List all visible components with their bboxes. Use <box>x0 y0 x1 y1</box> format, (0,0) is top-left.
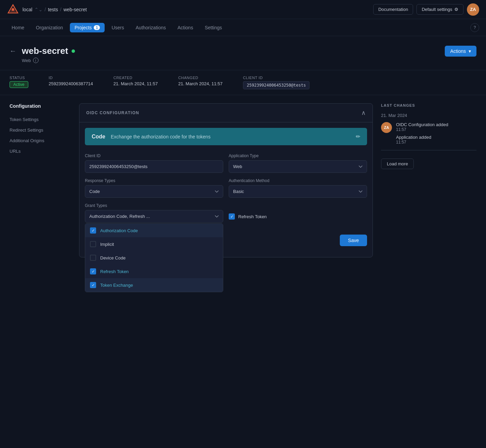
save-button[interactable]: Save <box>340 235 367 246</box>
changes-divider <box>381 150 476 150</box>
breadcrumb-env[interactable]: local <box>22 7 32 12</box>
meta-client-id-value: 259239924006453250@tests <box>243 81 309 89</box>
top-nav-right: Documentation Default settings ⚙ ZA <box>373 3 479 16</box>
changes-title: LAST CHANGES <box>381 103 476 107</box>
token-exchange-label: Token Exchange <box>100 283 133 288</box>
code-description: Exchange the authorization code for the … <box>111 134 211 139</box>
back-button[interactable]: ← <box>10 47 16 55</box>
app-logo[interactable] <box>7 3 19 16</box>
auth-code-label: Authorization Code <box>100 228 138 233</box>
documentation-button[interactable]: Documentation <box>373 4 413 15</box>
sidebar-item-redirect-settings[interactable]: Redirect Settings <box>10 125 71 135</box>
meta-id-value: 259239924006387714 <box>49 81 93 86</box>
token-exchange-checkbox[interactable] <box>90 282 96 288</box>
default-settings-button[interactable]: Default settings ⚙ <box>416 4 464 15</box>
dropdown-item-token-exchange[interactable]: Token Exchange <box>85 278 223 292</box>
dropdown-item-refresh-token[interactable]: Refresh Token <box>85 265 223 278</box>
response-types-label: Response Types <box>85 178 223 183</box>
page-title-block: web-secret Web i <box>22 46 75 63</box>
page-header: ← web-secret Web i Actions ▾ <box>0 36 486 70</box>
changes-panel: LAST CHANGES 21. Mar 2024 ZA OIDC Config… <box>381 103 476 257</box>
help-button[interactable]: ? <box>470 23 479 32</box>
form-group-response-types: Response Types Code <box>85 178 223 198</box>
load-more-button[interactable]: Load more <box>381 159 414 169</box>
app-type-select[interactable]: Web <box>229 160 367 173</box>
change-line-1: OIDC Configuration added <box>396 122 448 127</box>
refresh-token-main-label: Refresh Token <box>238 214 267 219</box>
sidebar-item-additional-origins[interactable]: Additional Origins <box>10 135 71 146</box>
sidebar: Configuration Token Settings Redirect Se… <box>10 103 71 257</box>
device-code-checkbox[interactable] <box>90 255 96 261</box>
refresh-token-cb-spacer <box>229 203 367 208</box>
refresh-token-row: Refresh Token <box>229 213 367 220</box>
page-subtitle: Web i <box>22 58 75 63</box>
dropdown-item-device-code[interactable]: Device Code <box>85 251 223 265</box>
auth-method-label: Authentication Method <box>229 178 367 183</box>
breadcrumb-sep1: ⌃⌄ <box>34 7 43 12</box>
sidebar-heading: Configuration <box>10 103 71 109</box>
refresh-token-main-checkbox[interactable] <box>229 213 235 220</box>
implicit-checkbox[interactable] <box>90 241 96 247</box>
nav-item-settings[interactable]: Settings <box>200 23 227 32</box>
info-icon[interactable]: i <box>33 58 39 63</box>
content-area: OIDC CONFIGURATION ∧ Code Exchange the a… <box>79 103 373 257</box>
meta-id: ID 259239924006387714 <box>49 76 93 89</box>
edit-icon-button[interactable]: ✏ <box>356 133 360 140</box>
breadcrumb-slash2: / <box>60 7 61 12</box>
client-id-input[interactable] <box>85 160 223 173</box>
nav-item-actions[interactable]: Actions <box>173 23 198 32</box>
dropdown-item-auth-code[interactable]: Authorization Code <box>85 224 223 237</box>
change-lines: OIDC Configuration added 11:57 Applicati… <box>396 122 448 145</box>
nav-item-organization[interactable]: Organization <box>31 23 67 32</box>
nav-item-authorizations[interactable]: Authorizations <box>131 23 171 32</box>
form-row-3: Grant Types Authorization Code, Refresh … <box>85 203 367 246</box>
refresh-token-checkbox[interactable] <box>90 268 96 274</box>
chevron-down-icon: ▾ <box>469 48 471 54</box>
client-id-label: Client ID <box>85 153 223 158</box>
gear-icon: ⚙ <box>454 7 458 12</box>
meta-status: Status Active <box>10 76 28 89</box>
form-body: Client ID Application Type Web Response … <box>79 151 373 257</box>
meta-status-label: Status <box>10 76 28 80</box>
grant-types-dropdown-menu: Authorization Code Implicit Device Code <box>85 223 223 292</box>
form-group-auth-method: Authentication Method Basic <box>229 178 367 198</box>
nav-item-projects[interactable]: Projects 1 <box>70 23 105 32</box>
meta-changed-value: 21. March 2024, 11:57 <box>178 81 223 86</box>
user-avatar[interactable]: ZA <box>467 3 479 16</box>
grant-types-select[interactable]: Authorization Code, Refresh ... <box>85 210 223 223</box>
page-title-text: web-secret <box>22 46 68 56</box>
actions-button[interactable]: Actions ▾ <box>445 46 476 57</box>
response-types-select[interactable]: Code <box>85 185 223 198</box>
collapse-button[interactable]: ∧ <box>361 109 366 117</box>
sidebar-item-token-settings[interactable]: Token Settings <box>10 114 71 125</box>
implicit-label: Implicit <box>100 242 114 247</box>
active-status-dot <box>72 49 75 53</box>
code-banner: Code Exchange the authorization code for… <box>85 128 367 145</box>
actions-label: Actions <box>450 48 466 54</box>
meta-client-id-label: Client Id <box>243 76 309 80</box>
oidc-header: OIDC CONFIGURATION ∧ <box>79 104 373 122</box>
grant-types-label: Grant Types <box>85 203 223 208</box>
breadcrumb-item[interactable]: web-secret <box>63 7 87 12</box>
sidebar-item-urls[interactable]: URLs <box>10 146 71 156</box>
auth-code-checkbox[interactable] <box>90 227 96 234</box>
breadcrumb-project[interactable]: tests <box>48 7 58 12</box>
nav-item-home[interactable]: Home <box>7 23 29 32</box>
form-group-grant-types: Grant Types Authorization Code, Refresh … <box>85 203 223 246</box>
meta-changed-label: Changed <box>178 76 223 80</box>
meta-created: Created 21. March 2024, 11:57 <box>113 76 158 89</box>
default-settings-label: Default settings <box>422 7 452 12</box>
form-group-refresh-token-cb: Refresh Token Save <box>229 203 367 246</box>
change-time-2: 11:57 <box>396 140 448 145</box>
meta-created-value: 21. March 2024, 11:57 <box>113 81 158 86</box>
nav-item-users[interactable]: Users <box>107 23 129 32</box>
nav-item-projects-label: Projects <box>75 25 92 30</box>
active-badge: Active <box>10 81 28 88</box>
meta-id-label: ID <box>49 76 93 80</box>
oidc-title: OIDC CONFIGURATION <box>86 110 139 115</box>
form-row-2: Response Types Code Authentication Metho… <box>85 178 367 198</box>
auth-method-select[interactable]: Basic <box>229 185 367 198</box>
dropdown-item-implicit[interactable]: Implicit <box>85 237 223 251</box>
form-row-1: Client ID Application Type Web <box>85 153 367 173</box>
page-title: web-secret <box>22 46 75 56</box>
